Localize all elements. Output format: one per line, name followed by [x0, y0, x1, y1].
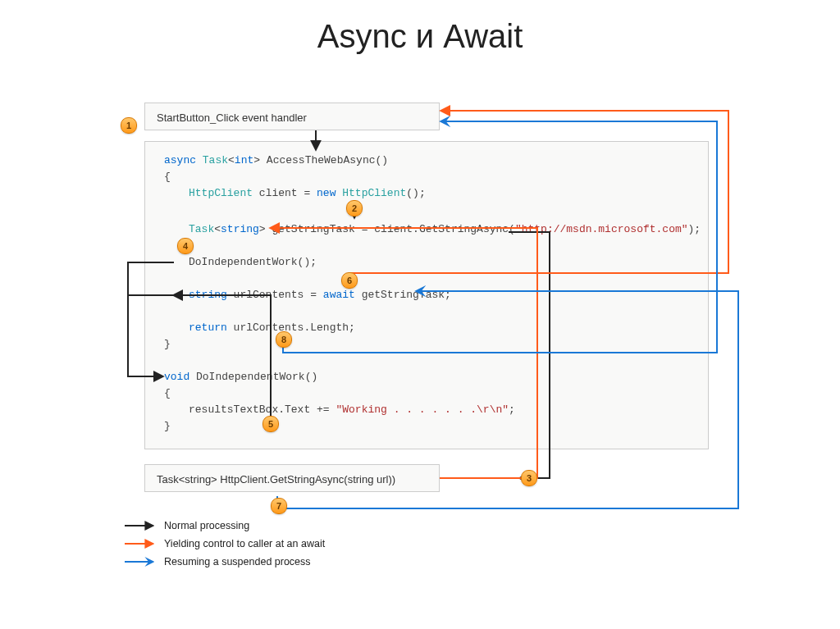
- badge-8: 8: [276, 331, 292, 348]
- handler-label: StartButton_Click event handler: [157, 112, 307, 124]
- code-line-7: return urlContents.Length;: [189, 321, 355, 334]
- code-line-9: void DoIndependentWork(): [164, 371, 317, 383]
- badge-4: 4: [177, 238, 194, 254]
- code-line-2: {: [164, 171, 171, 183]
- legend-row-resume: Resuming a suspended process: [123, 553, 325, 571]
- code-line-1: async Task<int> AccessTheWebAsync(): [164, 154, 388, 166]
- legend-resume-label: Resuming a suspended process: [164, 556, 311, 567]
- legend-resume-arrow-icon: [123, 556, 156, 567]
- legend-yield-label: Yielding control to caller at an await: [164, 538, 325, 549]
- badge-2: 2: [346, 200, 363, 217]
- code-line-8: }: [164, 338, 171, 350]
- code-line-4: Task<string> getStringTask = client.GetS…: [189, 223, 701, 235]
- legend-normal-label: Normal processing: [164, 520, 249, 531]
- code-line-6: string urlContents = await getStringTask…: [189, 289, 451, 301]
- badge-5: 5: [262, 416, 279, 432]
- getstring-box: Task<string> HttpClient.GetStringAsync(s…: [144, 464, 440, 492]
- code-line-12: }: [164, 420, 171, 432]
- legend-row-yield: Yielding control to caller at an await: [123, 535, 325, 553]
- legend-row-normal: Normal processing: [123, 517, 325, 535]
- legend-normal-arrow-icon: [123, 520, 156, 531]
- badge-3: 3: [521, 470, 537, 486]
- code-line-3: HttpClient client = new HttpClient();: [189, 187, 426, 199]
- handler-box: StartButton_Click event handler: [144, 103, 440, 130]
- legend: Normal processing Yielding control to ca…: [123, 517, 325, 571]
- badge-1: 1: [121, 117, 137, 134]
- badge-7: 7: [271, 498, 287, 514]
- getstring-label: Task<string> HttpClient.GetStringAsync(s…: [157, 473, 395, 485]
- code-line-5: DoIndependentWork();: [189, 256, 317, 268]
- legend-yield-arrow-icon: [123, 538, 156, 549]
- code-line-11: resultsTextBox.Text += "Working . . . . …: [189, 403, 515, 416]
- code-line-10: {: [164, 387, 171, 399]
- page-title: Async и Await: [0, 0, 840, 55]
- badge-6: 6: [341, 272, 358, 289]
